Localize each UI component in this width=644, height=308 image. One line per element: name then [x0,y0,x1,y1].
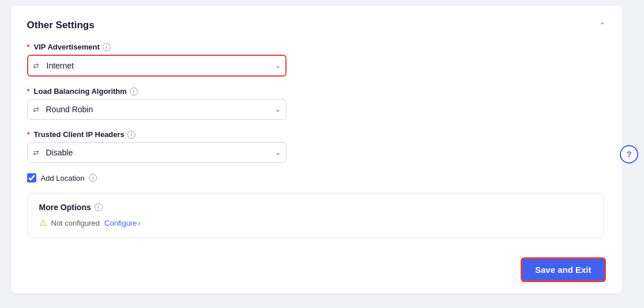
page-wrapper: Other Settings ⌃ * VIP Advertisement i ⇄… [0,0,644,308]
help-icon[interactable]: ? [620,145,638,163]
bottom-bar: Save and Exit [521,257,606,282]
lb-info-icon[interactable]: i [130,88,138,96]
add-location-row: Add Location i [27,173,606,182]
tc-info-icon[interactable]: i [127,131,135,139]
save-exit-button[interactable]: Save and Exit [521,257,606,282]
trusted-client-label: * Trusted Client IP Headers i [27,130,606,139]
vip-required-star: * [27,43,30,51]
vip-advertisement-select-wrapper: ⇄ Internet Internal Both ⌄ [27,55,287,77]
vip-info-icon[interactable]: i [103,43,111,51]
more-options-info-icon[interactable]: i [95,203,103,211]
load-balancing-label: * Load Balancing Algorithm i [27,87,606,96]
vip-advertisement-select[interactable]: Internet Internal Both [27,55,287,77]
side-help: ? [620,145,638,163]
load-balancing-group: * Load Balancing Algorithm i ⇄ Round Rob… [27,87,606,120]
trusted-client-select[interactable]: Disable X-Forwarded-For True-Client-IP [27,142,287,163]
section-header: Other Settings ⌃ [27,20,606,31]
more-options-box: More Options i ⚠ Not configured Configur… [27,193,604,238]
configure-arrow: › [138,219,140,227]
vip-advertisement-label: * VIP Advertisement i [27,43,606,51]
add-location-checkbox[interactable] [27,173,36,182]
configure-label: Configure [104,219,137,227]
main-panel: Other Settings ⌃ * VIP Advertisement i ⇄… [11,6,622,294]
more-options-title: More Options i [39,203,592,212]
add-location-label: Add Location [41,174,85,182]
configure-link[interactable]: Configure › [104,219,141,227]
lb-required-star: * [27,87,30,96]
section-title: Other Settings [27,20,95,31]
collapse-icon[interactable]: ⌃ [599,21,606,30]
trusted-client-select-wrapper: ⇄ Disable X-Forwarded-For True-Client-IP… [27,142,287,163]
load-balancing-select-wrapper: ⇄ Round Robin Least Connections IP Hash … [27,99,287,120]
not-configured-text: Not configured [51,219,100,227]
add-location-info-icon[interactable]: i [89,174,97,182]
warning-icon: ⚠ [39,218,47,228]
tc-label-text: Trusted Client IP Headers [34,130,125,139]
tc-required-star: * [27,130,30,139]
not-configured-row: ⚠ Not configured Configure › [39,218,592,228]
load-balancing-select[interactable]: Round Robin Least Connections IP Hash Ra… [27,99,287,120]
vip-label-text: VIP Advertisement [34,43,100,51]
vip-advertisement-group: * VIP Advertisement i ⇄ Internet Interna… [27,43,606,77]
more-options-title-text: More Options [39,203,91,212]
lb-label-text: Load Balancing Algorithm [34,87,127,96]
trusted-client-group: * Trusted Client IP Headers i ⇄ Disable … [27,130,606,163]
